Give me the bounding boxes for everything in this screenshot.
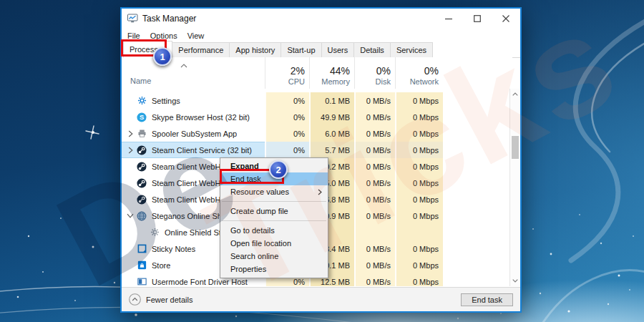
menu-item-label: Go to details — [230, 226, 275, 235]
process-name: Usermode Font Driver Host — [152, 278, 248, 286]
column-header[interactable]: Name 2%CPU44%Memory0%Disk0%Network — [122, 57, 512, 89]
menu-item-label: Create dump file — [230, 207, 288, 215]
scroll-down-icon[interactable] — [510, 275, 520, 286]
process-name-cell: Steam Client Service (32 bit) — [122, 142, 265, 158]
step2-badge: 2 — [269, 160, 288, 179]
minimize-button[interactable] — [434, 9, 463, 29]
process-name: Steam Client WebH — [152, 179, 220, 187]
tab-performance[interactable]: Performance — [172, 42, 230, 57]
usage-percent: 2% — [291, 65, 305, 77]
settings-icon — [136, 95, 147, 107]
usage-label: Disk — [376, 77, 391, 86]
menu-file[interactable]: File — [127, 30, 146, 42]
fontdrv-icon — [136, 276, 147, 287]
chevron-right-icon[interactable] — [125, 147, 136, 154]
steam-icon — [136, 194, 147, 205]
disk-cell: 0 MB/s — [354, 109, 395, 125]
column-header-memory[interactable]: 44%Memory — [309, 57, 354, 89]
step1-badge: 1 — [153, 47, 172, 66]
menu-item-label: Properties — [230, 265, 266, 273]
globe-icon — [136, 210, 147, 222]
scrollbar-thumb[interactable] — [512, 136, 519, 159]
disk-cell: 0 MB/s — [354, 208, 395, 224]
close-button[interactable] — [492, 9, 520, 29]
context-menu-item-go-to-details[interactable]: Go to details — [220, 224, 328, 237]
process-name: Steganos Online Shi — [152, 212, 223, 220]
network-cell: 0 Mbps — [395, 208, 443, 224]
menu-item-label: Expand — [230, 162, 259, 170]
context-menu-item-search-online[interactable]: Search online — [220, 250, 328, 263]
process-name: Steam Client WebH — [152, 195, 220, 204]
network-cell — [395, 224, 443, 240]
cpu-cell: 0% — [265, 125, 309, 142]
end-task-button[interactable]: End task — [461, 293, 513, 306]
maximize-button[interactable] — [463, 9, 492, 29]
disk-cell: 0 MB/s — [354, 175, 395, 191]
memory-cell: 5.7 MB — [309, 142, 354, 158]
network-cell: 0 Mbps — [395, 109, 443, 125]
store-icon — [136, 260, 147, 271]
title-bar: Task Manager — [122, 9, 520, 29]
menu-separator — [222, 220, 326, 221]
table-row[interactable]: Settings0%0.1 MB0 MB/s0 Mbps — [122, 92, 512, 109]
process-name: Steam Client Service (32 bit) — [152, 146, 252, 155]
sticky-icon — [136, 243, 147, 255]
table-row[interactable]: SSkype Browser Host (32 bit)0%49.9 MB0 M… — [122, 109, 512, 125]
svg-text:S: S — [140, 114, 144, 121]
window-title: Task Manager — [142, 14, 196, 24]
fewer-details-toggle[interactable]: Fewer details — [129, 293, 192, 306]
fewer-details-label: Fewer details — [146, 296, 192, 304]
column-header-cpu[interactable]: 2%CPU — [265, 57, 309, 89]
menu-options[interactable]: Options — [150, 30, 183, 42]
memory-cell: 0.1 MB — [309, 92, 354, 109]
process-name: Steam Client WebH — [152, 162, 220, 171]
disk-cell: 0 MB/s — [354, 191, 395, 208]
process-name-cell: Settings — [122, 92, 265, 109]
menu-item-label: End task — [230, 175, 261, 183]
name-column-label[interactable]: Name — [130, 77, 151, 85]
context-menu-item-open-file-location[interactable]: Open file location — [220, 237, 328, 250]
submenu-arrow-icon — [318, 189, 322, 195]
menu-item-label: Open file location — [230, 239, 291, 248]
vertical-scrollbar[interactable] — [509, 89, 520, 286]
cpu-cell: 0% — [265, 92, 309, 109]
task-manager-window: Task Manager FileOptionsView ProcessesPe… — [120, 7, 522, 313]
usage-label: Memory — [321, 77, 350, 86]
disk-cell: 0 MB/s — [354, 240, 395, 257]
tab-users[interactable]: Users — [321, 42, 355, 57]
table-row[interactable]: Steam Client Service (32 bit)0%5.7 MB0 M… — [122, 142, 512, 158]
network-cell: 0 Mbps — [395, 240, 443, 257]
disk-cell: 0 MB/s — [354, 92, 395, 109]
steam-icon — [136, 145, 147, 156]
tab-app-history[interactable]: App history — [229, 42, 281, 57]
disk-cell: 0 MB/s — [354, 125, 395, 142]
chevron-right-icon[interactable] — [125, 130, 136, 137]
tab-details[interactable]: Details — [353, 42, 391, 57]
memory-cell: 6.0 MB — [309, 125, 354, 142]
process-name: Settings — [152, 97, 180, 105]
column-header-disk[interactable]: 0%Disk — [354, 57, 395, 89]
context-menu-item-create-dump-file[interactable]: Create dump file — [220, 205, 328, 218]
printer-icon — [136, 128, 147, 140]
skype-icon: S — [136, 112, 147, 123]
network-cell: 0 Mbps — [395, 125, 443, 142]
network-cell: 0 Mbps — [395, 158, 443, 175]
context-menu-item-resource-values[interactable]: Resource values — [220, 185, 328, 198]
cpu-cell: 0% — [265, 142, 309, 158]
chevron-down-icon[interactable] — [125, 213, 136, 218]
steam-icon — [136, 161, 147, 172]
menu-view[interactable]: View — [187, 30, 210, 42]
disk-cell — [354, 224, 395, 240]
steam-icon — [136, 177, 147, 189]
scroll-up-icon[interactable] — [510, 89, 520, 99]
footer-bar: Fewer details End task — [122, 287, 520, 311]
tab-start-up[interactable]: Start-up — [280, 42, 321, 57]
table-row[interactable]: Spooler SubSystem App0%6.0 MB0 MB/s0 Mbp… — [122, 125, 512, 142]
tab-services[interactable]: Services — [390, 42, 433, 57]
process-name: Spooler SubSystem App — [152, 130, 237, 138]
column-header-network[interactable]: 0%Network — [395, 57, 443, 89]
process-name: Skype Browser Host (32 bit) — [152, 113, 250, 122]
network-cell: 0 Mbps — [395, 175, 443, 191]
context-menu-item-properties[interactable]: Properties — [220, 263, 328, 275]
network-cell: 0 Mbps — [395, 273, 443, 286]
